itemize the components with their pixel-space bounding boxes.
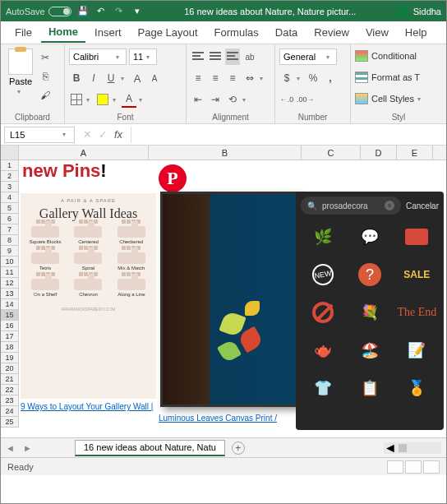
wrap-text-button[interactable]: ab xyxy=(242,49,257,65)
font-color-button[interactable]: A xyxy=(122,91,136,108)
hyperlink[interactable]: 9 Ways to Layout Your Gallery Wall | xyxy=(21,402,153,411)
sticker-item[interactable]: 💬 xyxy=(348,220,391,254)
sticker-item[interactable]: 📋 xyxy=(348,371,391,405)
sticker-item[interactable]: The End xyxy=(395,295,439,330)
sticker-item[interactable]: 🏖️ xyxy=(348,333,391,368)
merge-center-button[interactable]: ⇔ xyxy=(242,70,257,86)
row-header[interactable]: 10 xyxy=(1,257,19,267)
currency-button[interactable]: $ xyxy=(279,70,294,86)
sticker-item[interactable] xyxy=(301,295,344,330)
sticker-item[interactable]: 👕 xyxy=(301,371,344,405)
font-size-selector[interactable]: 11▾ xyxy=(129,49,157,65)
row-header[interactable]: 12 xyxy=(1,278,19,289)
sticker-item[interactable]: 📝 xyxy=(395,333,439,368)
undo-icon[interactable]: ↶ xyxy=(94,5,108,18)
row-header[interactable]: 17 xyxy=(1,331,19,342)
customize-qat-icon[interactable]: ▾ xyxy=(131,5,144,18)
sticker-item[interactable]: 🌿 xyxy=(301,220,344,254)
align-right-icon[interactable]: ≡ xyxy=(225,70,240,86)
clear-search-icon[interactable]: × xyxy=(385,201,394,210)
percent-button[interactable]: % xyxy=(306,70,320,86)
row-header[interactable]: 11 xyxy=(1,267,19,278)
font-name-selector[interactable]: Calibri▾ xyxy=(69,49,127,65)
row-header[interactable]: 22 xyxy=(1,385,19,395)
menu-view[interactable]: View xyxy=(358,23,396,42)
menu-formulas[interactable]: Formulas xyxy=(207,23,266,42)
increase-font-icon[interactable]: A xyxy=(130,70,145,86)
row-header[interactable]: 19 xyxy=(1,353,19,363)
row-header[interactable]: 7 xyxy=(1,224,19,235)
horizontal-scrollbar[interactable]: ◄ xyxy=(384,442,441,454)
name-box[interactable]: L15▾ xyxy=(4,127,75,143)
normal-view-button[interactable] xyxy=(387,460,403,474)
align-top-icon[interactable] xyxy=(191,49,205,65)
row-header[interactable]: 20 xyxy=(1,363,19,374)
orientation-icon[interactable]: ⟲ xyxy=(225,91,240,108)
conditional-formatting-button[interactable]: Conditional xyxy=(355,47,442,65)
search-input[interactable]: 🔍 prosadecora × xyxy=(301,197,401,215)
sticker-item[interactable]: ? xyxy=(348,257,391,292)
col-header[interactable]: A xyxy=(19,146,149,160)
comma-button[interactable]: , xyxy=(323,70,338,86)
increase-decimal-button[interactable]: ←.0 xyxy=(279,91,294,108)
autosave-toggle[interactable]: AutoSave xyxy=(6,7,71,16)
align-middle-icon[interactable] xyxy=(208,49,223,65)
cancel-search-button[interactable]: Cancelar xyxy=(406,201,439,210)
decrease-decimal-button[interactable]: .00→ xyxy=(297,91,315,108)
paste-button[interactable]: Paste ▾ xyxy=(5,47,36,104)
enter-formula-icon[interactable]: ✓ xyxy=(99,128,108,141)
row-header[interactable]: 25 xyxy=(1,417,19,428)
increase-indent-icon[interactable]: ⇥ xyxy=(208,91,223,108)
save-icon[interactable]: 💾 xyxy=(76,5,90,18)
embedded-image-stickers[interactable]: 🔍 prosadecora × Cancelar 🌿 💬 NEW ? SALE … xyxy=(296,192,444,430)
sticker-item[interactable]: 🫖 xyxy=(301,333,344,368)
redo-icon[interactable]: ↷ xyxy=(113,5,126,18)
row-header[interactable]: 18 xyxy=(1,342,19,353)
number-format-selector[interactable]: General▾ xyxy=(279,49,337,65)
align-bottom-icon[interactable] xyxy=(225,49,240,65)
tab-nav-next-icon[interactable]: ► xyxy=(23,443,32,453)
row-header[interactable]: 24 xyxy=(1,406,19,417)
hyperlink[interactable]: Luminous Leaves Canvas Print / xyxy=(159,414,277,423)
row-header[interactable]: 5 xyxy=(1,203,19,214)
menu-help[interactable]: Help xyxy=(398,23,435,42)
row-header[interactable]: 9 xyxy=(1,246,19,257)
borders-button[interactable] xyxy=(69,91,84,108)
cut-icon[interactable]: ✂ xyxy=(38,49,53,66)
row-header[interactable]: 4 xyxy=(1,192,19,203)
menu-insert[interactable]: Insert xyxy=(87,23,129,42)
page-break-view-button[interactable] xyxy=(423,460,440,474)
format-painter-icon[interactable]: 🖌 xyxy=(38,87,53,104)
tab-nav-prev-icon[interactable]: ◄ xyxy=(6,443,15,453)
col-header[interactable]: B xyxy=(149,146,302,160)
user-name[interactable]: Siddha xyxy=(413,7,441,16)
row-header[interactable]: 23 xyxy=(1,395,19,406)
embedded-image-leaves[interactable] xyxy=(160,192,300,407)
cancel-formula-icon[interactable]: ✕ xyxy=(83,128,92,141)
row-header[interactable]: 15 xyxy=(1,310,19,321)
italic-button[interactable]: I xyxy=(86,70,101,86)
new-sheet-button[interactable]: + xyxy=(232,442,245,455)
cell-styles-button[interactable]: Cell Styles▾ xyxy=(355,90,442,108)
copy-icon[interactable]: ⎘ xyxy=(38,68,53,85)
embedded-image-gallery[interactable]: A PAIR & A SPARE Gallery Wall Ideas Squa… xyxy=(21,193,156,399)
format-as-table-button[interactable]: Format as T xyxy=(355,68,442,86)
sticker-item[interactable]: SALE xyxy=(395,257,439,292)
decrease-font-icon[interactable]: A xyxy=(147,70,162,86)
sheet-tab[interactable]: 16 new ideas about Nature, Natu xyxy=(75,440,225,456)
row-header[interactable]: 16 xyxy=(1,321,19,331)
menu-review[interactable]: Review xyxy=(306,23,357,42)
fill-color-button[interactable] xyxy=(95,91,110,108)
align-left-icon[interactable]: ≡ xyxy=(191,70,205,86)
row-header[interactable]: 14 xyxy=(1,299,19,310)
bold-button[interactable]: B xyxy=(69,70,84,86)
sticker-item[interactable]: 💐 xyxy=(348,295,391,330)
sticker-item[interactable]: NEW xyxy=(301,257,344,292)
row-header[interactable]: 8 xyxy=(1,235,19,246)
align-center-icon[interactable]: ≡ xyxy=(208,70,223,86)
formula-bar[interactable] xyxy=(131,127,446,143)
underline-button[interactable]: U xyxy=(104,70,118,86)
sticker-item[interactable]: 🏅 xyxy=(395,371,439,405)
row-header[interactable]: 13 xyxy=(1,289,19,299)
page-layout-view-button[interactable] xyxy=(405,460,422,474)
